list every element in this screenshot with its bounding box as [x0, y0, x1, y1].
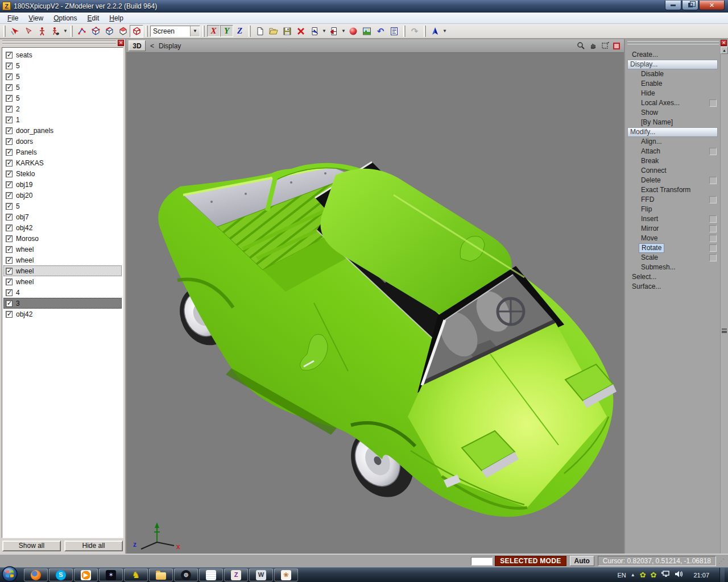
command-checkbox[interactable]: [709, 254, 717, 261]
command-rotate[interactable]: Rotate: [625, 243, 720, 253]
taskbar-app-steam[interactable]: ⊛: [174, 568, 198, 581]
cube-object-mode-icon[interactable]: [130, 25, 143, 38]
command-surface[interactable]: Surface...: [625, 282, 720, 292]
menu-edit[interactable]: Edit: [82, 13, 105, 23]
taskbar-app-paint[interactable]: ❀: [274, 568, 298, 581]
object-item-obj20[interactable]: obj20: [3, 190, 122, 201]
visibility-checkbox[interactable]: [6, 311, 13, 318]
zoom-tool-icon[interactable]: [576, 41, 586, 51]
object-item-steklo[interactable]: Steklo: [3, 168, 122, 179]
taskbar-app-skype[interactable]: S: [49, 568, 73, 581]
object-item-5[interactable]: 5: [3, 60, 122, 71]
command-checkbox[interactable]: [709, 148, 717, 155]
visibility-checkbox[interactable]: [6, 149, 13, 156]
toolbar-grip[interactable]: [424, 26, 426, 37]
cube-vertex-mode-icon[interactable]: [89, 25, 102, 38]
taskbar-app-notepad[interactable]: [199, 568, 223, 581]
view-cone-dropdown-icon[interactable]: ▼: [442, 28, 448, 34]
object-item-obj42[interactable]: obj42: [3, 222, 122, 233]
scrollbar-track[interactable]: [721, 54, 728, 554]
minimize-button[interactable]: [665, 1, 681, 10]
visibility-checkbox[interactable]: [6, 192, 13, 199]
objects-panel-close-icon[interactable]: ✕: [118, 40, 124, 46]
command-move[interactable]: Move: [625, 234, 720, 243]
command-checkbox[interactable]: [709, 225, 717, 232]
visibility-checkbox[interactable]: [6, 246, 13, 253]
command-break[interactable]: Break: [625, 156, 720, 166]
command-show[interactable]: Show: [625, 108, 720, 118]
menu-options[interactable]: Options: [48, 13, 82, 23]
commands-panel-header[interactable]: ✕: [625, 39, 728, 47]
commands-scrollbar[interactable]: ▲: [720, 47, 728, 554]
command-scale[interactable]: Scale: [625, 253, 720, 263]
toolbar-grip[interactable]: [249, 26, 251, 37]
select-dropdown-icon[interactable]: ▼: [63, 28, 68, 34]
edit-vertices-icon[interactable]: [75, 25, 89, 38]
show-desktop-button[interactable]: [719, 568, 725, 582]
object-item-obj19[interactable]: obj19: [3, 179, 122, 190]
command-submesh[interactable]: Submesh...: [625, 263, 720, 272]
object-item-5[interactable]: 5: [3, 201, 122, 211]
command-checkbox[interactable]: [709, 99, 717, 107]
visibility-checkbox[interactable]: [6, 268, 13, 275]
object-item-door-panels[interactable]: door_panels: [3, 125, 122, 136]
command-attach[interactable]: Attach: [625, 147, 720, 156]
select-arrow-icon[interactable]: [8, 25, 22, 38]
taskbar-app-word[interactable]: W: [249, 568, 273, 581]
command-mirror[interactable]: Mirror: [625, 224, 720, 234]
undo-icon[interactable]: ↶: [374, 25, 387, 38]
cube-edge-mode-icon[interactable]: [102, 25, 116, 38]
taskbar-app-explorer[interactable]: [149, 568, 173, 581]
object-item-4[interactable]: 4: [3, 287, 122, 298]
command-by-name[interactable]: [By Name]: [625, 118, 720, 127]
command-hide[interactable]: Hide: [625, 89, 720, 98]
visibility-checkbox[interactable]: [6, 181, 13, 188]
object-item-karkas[interactable]: KARKAS: [3, 157, 122, 168]
open-file-icon[interactable]: [267, 25, 280, 38]
menu-file[interactable]: File: [2, 13, 23, 23]
taskbar-app-robot[interactable]: ♞: [124, 568, 148, 581]
object-item-moroso[interactable]: Moroso: [3, 233, 122, 244]
toolbar-grip[interactable]: [403, 26, 406, 37]
hide-all-button[interactable]: Hide all: [64, 541, 123, 551]
object-item-seats[interactable]: seats: [3, 49, 122, 60]
pan-tool-icon[interactable]: [588, 41, 598, 51]
visibility-checkbox[interactable]: [6, 289, 13, 296]
start-button[interactable]: [1, 566, 18, 582]
visibility-checkbox[interactable]: [6, 117, 13, 123]
show-all-button[interactable]: Show all: [2, 541, 61, 551]
material-editor-icon[interactable]: [346, 25, 360, 38]
import-dropdown-icon[interactable]: ▼: [321, 28, 327, 34]
orbit-tool-icon[interactable]: [599, 41, 610, 51]
command-disable[interactable]: Disable: [625, 69, 720, 79]
tray-flower-icon-1[interactable]: ✿: [640, 571, 646, 579]
volume-icon[interactable]: [675, 570, 683, 580]
axis-x-button[interactable]: X: [207, 25, 220, 37]
network-icon[interactable]: [661, 570, 670, 580]
command-checkbox[interactable]: [709, 177, 717, 184]
command-delete[interactable]: Delete: [625, 176, 720, 185]
render-scene-icon[interactable]: [360, 25, 374, 38]
command-checkbox[interactable]: [709, 235, 717, 242]
view-mode-combo[interactable]: Screen ▼: [150, 26, 200, 37]
command-enable[interactable]: Enable: [625, 79, 720, 89]
select-figure-paint-icon[interactable]: [49, 25, 63, 38]
select-figure-icon[interactable]: [35, 25, 49, 38]
visibility-checkbox[interactable]: [6, 95, 13, 102]
object-item-wheel[interactable]: wheel: [3, 265, 122, 276]
command-exact-transform[interactable]: Exact Transform: [625, 185, 720, 195]
command-checkbox[interactable]: [709, 244, 717, 252]
save-file-icon[interactable]: [280, 25, 294, 38]
visibility-checkbox[interactable]: [6, 73, 13, 80]
axis-z-button[interactable]: Z: [233, 25, 246, 37]
command-checkbox[interactable]: [709, 215, 717, 223]
command-display[interactable]: Display...: [625, 60, 720, 69]
view-log-icon[interactable]: [387, 25, 401, 38]
new-file-icon[interactable]: [253, 25, 267, 38]
menu-help[interactable]: Help: [104, 13, 129, 23]
resize-grip-icon[interactable]: ⋰: [718, 558, 725, 565]
export-icon[interactable]: [327, 25, 341, 38]
object-item-wheel[interactable]: wheel: [3, 276, 122, 287]
tray-flower-icon-2[interactable]: ✿: [651, 571, 657, 579]
toolbar-grip[interactable]: [146, 26, 148, 37]
